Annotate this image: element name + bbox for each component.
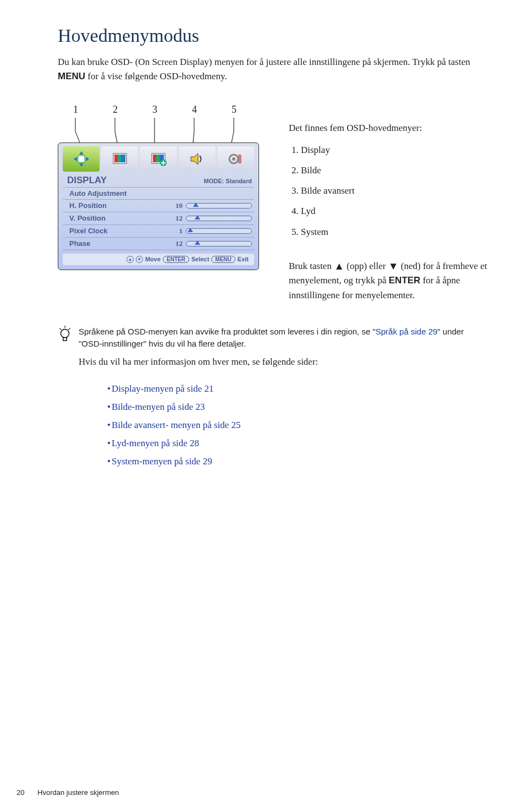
osd-title: DISPLAY	[67, 175, 107, 186]
menu-list-heading: Det finnes fem OSD-hovedmenyer:	[289, 120, 490, 135]
page-number: 20	[16, 788, 24, 797]
tab-display[interactable]	[63, 146, 100, 172]
svg-point-27	[61, 329, 69, 337]
row-value: 10	[167, 201, 183, 210]
svg-line-3	[115, 131, 117, 142]
list-item: System	[301, 222, 490, 242]
tab-picture[interactable]	[101, 146, 138, 172]
svg-marker-11	[79, 163, 84, 167]
link-display[interactable]: Display-menyen på side 21	[107, 380, 490, 398]
link-bilde-avansert[interactable]: Bilde avansert- menyen på side 25	[107, 416, 490, 434]
svg-rect-19	[153, 155, 156, 162]
lightbulb-icon	[58, 326, 72, 350]
svg-rect-17	[121, 155, 125, 162]
page-links: Display-menyen på side 21 Bilde-menyen p…	[107, 380, 490, 471]
intro-text-1: Du kan bruke OSD- (On Screen Display) me…	[58, 57, 470, 67]
foot-enter-pill: ENTER	[163, 256, 189, 263]
callout-numbers: 1 2 3 4 5	[58, 104, 267, 142]
svg-line-6	[193, 131, 194, 142]
foot-move: Move	[145, 256, 161, 262]
svg-marker-12	[74, 157, 77, 161]
picture-icon	[111, 150, 129, 168]
up-icon: ▲	[127, 256, 134, 263]
osd-mode: MODE: Standard	[204, 178, 252, 184]
tab-system[interactable]	[217, 146, 254, 172]
svg-line-1	[75, 131, 80, 142]
osd-footer: ▲ ▼ Move ENTER Select MENU Exit	[63, 254, 254, 265]
svg-point-25	[232, 157, 235, 161]
tab-audio[interactable]	[179, 146, 216, 172]
slider-bar[interactable]	[186, 228, 252, 234]
more-info-text: Hvis du vil ha mer informasjon om hver m…	[79, 355, 490, 369]
svg-rect-15	[114, 155, 118, 162]
list-item: Display	[301, 140, 490, 160]
speaker-icon	[188, 150, 206, 168]
row-label: Phase	[69, 239, 167, 248]
svg-rect-26	[239, 155, 241, 163]
row-label: H. Position	[69, 201, 167, 210]
foot-select: Select	[191, 256, 209, 262]
osd-row-auto[interactable]: Auto Adjustment	[63, 187, 254, 199]
down-icon: ▼	[136, 256, 143, 263]
slider-bar[interactable]	[186, 216, 252, 221]
svg-line-31	[69, 328, 70, 330]
svg-rect-20	[156, 155, 160, 162]
footer-text: Hvordan justere skjermen	[37, 788, 119, 797]
svg-marker-23	[191, 153, 198, 164]
osd-row-pixelclock[interactable]: Pixel Clock 1	[63, 224, 254, 237]
svg-marker-10	[79, 151, 84, 155]
gear-icon	[227, 150, 244, 168]
language-link[interactable]: Språk på side 29	[376, 327, 438, 336]
foot-exit: Exit	[238, 256, 249, 262]
page-title: Hovedmenymodus	[58, 25, 490, 46]
row-label: Auto Adjustment	[69, 189, 252, 197]
row-value: 12	[167, 214, 183, 223]
triangle-up-icon: ▲	[334, 260, 344, 272]
text: Bruk tasten	[289, 261, 334, 271]
intro-text-2: for å vise følgende OSD-hovedmeny.	[85, 71, 227, 81]
row-value: 1	[167, 227, 183, 235]
osd-row-hpos[interactable]: H. Position 10	[63, 199, 254, 212]
row-value: 12	[167, 239, 183, 248]
svg-rect-9	[78, 156, 85, 162]
text: (opp) eller	[346, 261, 386, 271]
intro-paragraph: Du kan bruke OSD- (On Screen Display) me…	[58, 55, 490, 84]
osd-panel: DISPLAY MODE: Standard Auto Adjustment H…	[58, 142, 259, 270]
svg-marker-13	[86, 157, 89, 161]
triangle-down-icon: ▼	[388, 260, 399, 272]
tip-text: Språkene på OSD-menyen kan avvike fra pr…	[79, 326, 490, 350]
callout-lines	[58, 104, 259, 142]
enter-key-label: ENTER	[389, 275, 421, 286]
list-item: Lyd	[301, 201, 490, 221]
slider-bar[interactable]	[186, 241, 252, 246]
list-item: Bilde	[301, 160, 490, 180]
list-item: Bilde avansert	[301, 180, 490, 201]
text: Språkene på OSD-menyen kan avvike fra pr…	[79, 327, 376, 336]
osd-header: DISPLAY MODE: Standard	[63, 174, 254, 187]
link-lyd[interactable]: Lyd-menyen på side 28	[107, 434, 490, 452]
row-label: V. Position	[69, 214, 167, 222]
osd-row-vpos[interactable]: V. Position 12	[63, 212, 254, 224]
picture-plus-icon	[150, 150, 167, 168]
arrows-icon	[73, 150, 90, 168]
page-footer: 20 Hvordan justere skjermen	[16, 788, 119, 797]
row-label: Pixel Clock	[69, 227, 167, 235]
menu-key-label: MENU	[58, 71, 85, 81]
link-system[interactable]: System-menyen på side 29	[107, 452, 490, 470]
tip-block: Språkene på OSD-menyen kan avvike fra pr…	[58, 326, 490, 350]
osd-figure: 1 2 3 4 5	[58, 104, 267, 303]
osd-tabs	[63, 146, 254, 172]
osd-row-phase[interactable]: Phase 12	[63, 237, 254, 250]
svg-rect-28	[63, 338, 67, 341]
menu-list: Det finnes fem OSD-hovedmenyer: Display …	[289, 120, 490, 242]
svg-line-8	[232, 131, 234, 142]
link-bilde[interactable]: Bilde-menyen på side 23	[107, 398, 490, 416]
svg-rect-16	[118, 155, 121, 162]
navigation-instructions: Bruk tasten ▲ (opp) eller ▼ (ned) for å …	[289, 257, 490, 303]
svg-line-30	[59, 328, 61, 330]
tab-picture-advanced[interactable]	[140, 146, 177, 172]
slider-bar[interactable]	[186, 203, 252, 209]
foot-menu-pill: MENU	[211, 256, 235, 263]
